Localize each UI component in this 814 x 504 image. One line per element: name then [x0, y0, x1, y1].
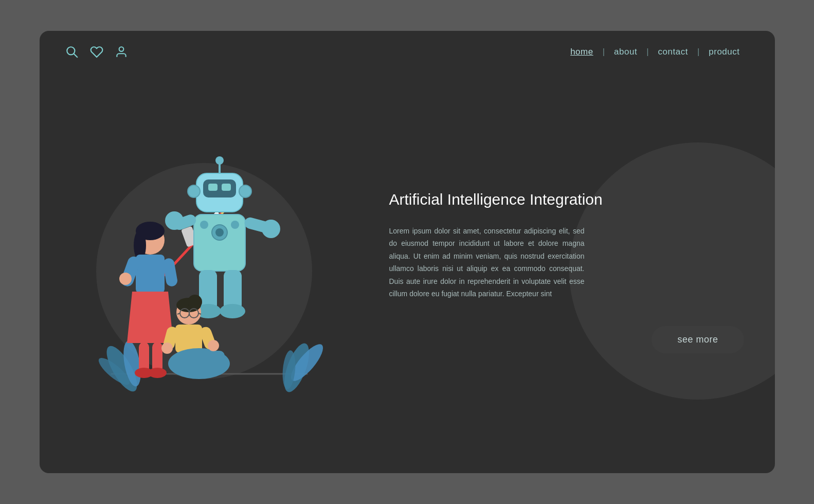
- hero-illustration: [50, 122, 358, 420]
- svg-rect-21: [208, 184, 218, 191]
- svg-point-66: [208, 340, 219, 351]
- svg-rect-20: [203, 179, 236, 197]
- svg-point-31: [231, 221, 239, 229]
- svg-point-39: [220, 304, 245, 318]
- svg-point-54: [188, 295, 202, 309]
- navigation: home | about | contact | product: [40, 31, 775, 69]
- hero-title: Artificial Intelligence Integration: [389, 189, 744, 209]
- svg-point-24: [239, 185, 251, 197]
- svg-point-0: [67, 47, 75, 55]
- svg-point-65: [161, 343, 173, 354]
- content-area: Artificial Intelligence Integration Lore…: [369, 69, 775, 473]
- illustration-area: [40, 69, 369, 473]
- nav-contact[interactable]: contact: [649, 47, 697, 57]
- svg-point-23: [188, 185, 200, 197]
- content-inner: Artificial Intelligence Integration Lore…: [389, 189, 744, 353]
- svg-rect-22: [222, 184, 231, 191]
- svg-point-35: [262, 220, 280, 238]
- svg-rect-62: [184, 351, 225, 371]
- svg-rect-43: [136, 255, 165, 293]
- svg-point-51: [148, 368, 167, 378]
- svg-point-30: [200, 221, 208, 229]
- svg-point-29: [215, 228, 224, 237]
- nav-icons-group: [65, 45, 128, 59]
- svg-point-33: [165, 211, 184, 230]
- user-icon[interactable]: [115, 45, 128, 59]
- nav-about[interactable]: about: [605, 47, 646, 57]
- main-content: Artificial Intelligence Integration Lore…: [40, 69, 775, 473]
- see-more-button[interactable]: see more: [652, 326, 744, 353]
- nav-product[interactable]: product: [699, 47, 749, 57]
- search-icon[interactable]: [65, 45, 79, 59]
- browser-window: home | about | contact | product: [40, 31, 775, 473]
- svg-point-47: [119, 273, 132, 285]
- hero-description: Lorem ipsum dolor sit amet, consectetur …: [389, 225, 585, 300]
- nav-home[interactable]: home: [561, 47, 603, 57]
- svg-line-1: [74, 53, 78, 58]
- nav-links-group: home | about | contact | product: [561, 47, 749, 57]
- svg-point-26: [215, 156, 224, 165]
- heart-icon[interactable]: [90, 45, 103, 59]
- svg-point-2: [119, 47, 123, 51]
